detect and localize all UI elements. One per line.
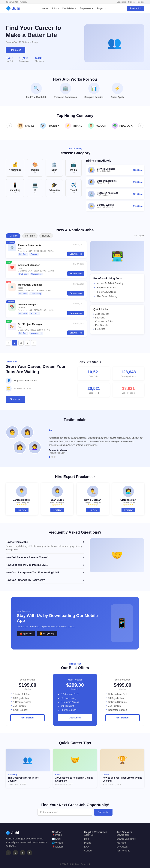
carousel-next-btn[interactable]: › (138, 123, 143, 128)
jobs-layout: Featured 🏦 Finance & Accounts Fivo New Y… (6, 241, 144, 345)
faq-item-2[interactable]: How Do I Become a Resume Trainer? › (6, 554, 84, 561)
faq-q-3: How Long Will My Job Posting Live? › (6, 563, 84, 566)
nav-jobs[interactable]: Jobs ▾ (51, 7, 59, 10)
browse-job-btn-1[interactable]: Browse Jobs (67, 252, 84, 256)
hire-btn-4[interactable]: Hire Now (121, 508, 135, 512)
carousel-prev-btn[interactable]: ‹ (7, 123, 12, 128)
plan-features-1: 1 Active Job Post 30 Days Listing 1 Resu… (10, 693, 45, 711)
peacock-icon: 🦚 (112, 123, 118, 129)
job-details-4: New York, USA · $1500-$2200 · 1-3 Yrs (18, 309, 54, 311)
page-btn-1[interactable]: 1 (12, 340, 17, 345)
filter-remote[interactable]: Remote (39, 234, 53, 238)
hire-btn-3[interactable]: Hire Now (86, 508, 100, 512)
filter-fulltime[interactable]: Full Time (6, 234, 21, 238)
job-company-5: Oryx (18, 326, 50, 329)
facebook-icon[interactable]: f (6, 850, 11, 856)
job-tag: Finance (30, 253, 39, 256)
apply-icon: ⚡ (112, 83, 123, 94)
page-next-btn[interactable]: › (31, 340, 36, 345)
cat-education[interactable]: 🎓 Education 40 (45, 179, 63, 197)
nav-employers[interactable]: Employers ▾ (80, 7, 93, 10)
footer-resources-links: About Us Blog Pricing FAQ Contact (84, 834, 112, 852)
page-btn-2[interactable]: 2 (18, 340, 24, 345)
linkedin-icon[interactable]: in (20, 850, 25, 856)
pricing-title: Our Best Offers (6, 665, 144, 670)
footer-link[interactable]: Post Resume (117, 849, 144, 852)
top-hiring-section: Top Hiring Company ‹ 🦁 FAMILY 🦅 PHOENIX … (0, 106, 150, 140)
footer-link[interactable]: 🌐 Website (52, 841, 80, 844)
company-falcon[interactable]: 🦉 FALCON (88, 123, 106, 129)
dot-1[interactable] (49, 456, 50, 458)
footer-link[interactable]: Job Alerts (117, 841, 144, 844)
browse-job-btn-4[interactable]: Browse Jobs (67, 311, 84, 315)
ql-item-5[interactable]: Free Jobs (93, 328, 141, 330)
footer-link[interactable]: 📍 Address (52, 845, 80, 848)
browse-job-btn-2[interactable]: Browse Jobs (67, 271, 84, 276)
footer-link[interactable]: Contact (84, 849, 112, 852)
footer-contact-links: 📍 Phone ✉️ Email 🌐 Website 📍 Address (52, 834, 80, 848)
ql-item-2[interactable]: Internship (93, 316, 141, 319)
hero-find-job-button[interactable]: Find a Job (6, 46, 25, 53)
plan-btn-1[interactable]: Get Started (10, 714, 45, 721)
dot-2[interactable] (51, 456, 53, 458)
tip-cat-1: In Country (8, 774, 47, 776)
cat-accounting[interactable]: 💰 Accounting 30 (6, 159, 24, 177)
post-job-button[interactable]: Post a Job (127, 6, 144, 11)
ql-item-4[interactable]: Part Time Jobs (93, 324, 141, 327)
tip-img-3: 🏆 (100, 749, 144, 771)
topbar-signin[interactable]: Sign In (128, 1, 135, 3)
browse-job-btn-5[interactable]: Browse Jobs (67, 331, 84, 335)
cat-travel[interactable]: ✈️ Travel 30 (66, 179, 81, 197)
footer-link[interactable]: Browse Categories (117, 838, 144, 840)
filter-parttime[interactable]: Part Time (22, 234, 38, 238)
footer-link[interactable]: About Us (84, 834, 112, 836)
company-family[interactable]: 🦁 FAMILY (17, 123, 34, 129)
googleplay-btn[interactable]: ▶️ Google Play (37, 631, 58, 637)
dot-3[interactable] (54, 456, 55, 458)
faq-item-4[interactable]: How Can I Incorporate Your Free Waiting … (6, 569, 84, 576)
nav-candidates[interactable]: Candidates ▾ (62, 7, 76, 10)
plan-btn-2[interactable]: Get Started (58, 714, 92, 721)
cat-bank[interactable]: 🏦 Bank 18 (45, 159, 63, 177)
hire-btn-2[interactable]: Hire Now (50, 508, 64, 512)
page-prev-btn[interactable]: ‹ (6, 340, 11, 345)
hire-btn-1[interactable]: Hire Now (15, 508, 29, 512)
instagram-icon[interactable]: ig (27, 850, 32, 856)
page-btn-3[interactable]: 3 (25, 340, 30, 345)
footer-link[interactable]: 📍 Phone (52, 834, 80, 836)
topbar-register[interactable]: Register (137, 1, 144, 3)
footer-link[interactable]: Blog (84, 838, 112, 840)
nav-pages[interactable]: Pages ▾ (97, 7, 105, 10)
cat-marketing[interactable]: 📱 Marketing 26 (6, 179, 24, 197)
cat-it[interactable]: 💻 IT 42 (27, 179, 43, 197)
ql-item-3[interactable]: Commercial Jobs (93, 320, 141, 323)
footer-link[interactable]: Browse Jobs (117, 834, 144, 836)
hiring-list: 👷 Service Engineer Acme Ltd • NYC $2500/… (86, 165, 144, 211)
twitter-icon[interactable]: t (13, 850, 18, 856)
payable-icon: 💳 (6, 385, 12, 392)
testi-avatar-4: 👩‍🦱 (28, 441, 41, 454)
footer-link[interactable]: ✉️ Email (52, 838, 80, 840)
grow-find-job-btn[interactable]: Find a Job (6, 396, 25, 403)
email-input[interactable] (38, 809, 92, 815)
ql-item-1[interactable]: Jobs (300 k+) (93, 313, 141, 315)
faq-item-5[interactable]: How Can I Change My Password? › (6, 576, 84, 584)
footer-link[interactable]: Pricing (84, 841, 112, 844)
cat-design[interactable]: 🎨 Design 24 (27, 159, 43, 177)
plan-btn-3[interactable]: Get Started (105, 714, 140, 721)
browse-job-btn-3[interactable]: Browse Jobs (67, 291, 84, 296)
company-thirrd[interactable]: ⚡ THIRRD (65, 123, 82, 129)
subscribe-button[interactable]: Subscribe (94, 809, 112, 815)
job-title-1: Finance & Accounts (18, 244, 54, 247)
footer-link[interactable]: My Account (117, 845, 144, 848)
company-phoenix[interactable]: 🦅 PHOENIX (40, 123, 59, 129)
hero-subtitle: Search Over 10,000 Jobs Today (6, 41, 77, 43)
faq-item-1[interactable]: How to Find a Job? ▾ Browse our job list… (6, 538, 84, 554)
appstore-btn[interactable]: 🍎 App Store (17, 631, 35, 637)
company-peacock[interactable]: 🦚 PEACOCK (112, 123, 133, 129)
cat-media[interactable]: 📺 Media 14 (66, 159, 81, 177)
faq-item-3[interactable]: How Long Will My Job Posting Live? › (6, 561, 84, 569)
footer-link[interactable]: FAQ (84, 845, 112, 848)
nav-home[interactable]: Home (42, 7, 48, 10)
topbar-language[interactable]: Language (117, 1, 126, 3)
